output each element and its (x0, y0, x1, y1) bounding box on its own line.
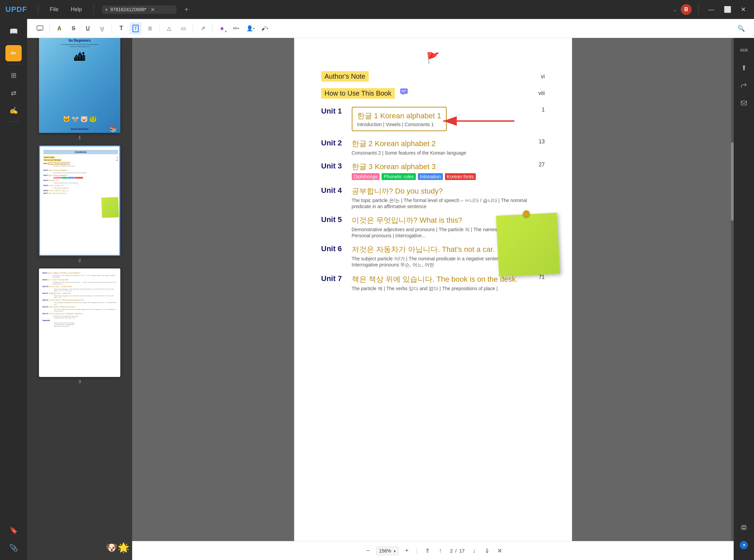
scroll-bar[interactable] (731, 38, 734, 560)
sidebar-divider1 (7, 42, 20, 42)
help-menu[interactable]: Help (67, 5, 85, 14)
sidebar-item-edit[interactable]: ✏ (5, 45, 22, 61)
thumb-img-3[interactable]: Unit 8 생일이 몇월입니까? When is your Birthday?… (39, 268, 120, 377)
highlight-tool-btn[interactable]: A (53, 22, 65, 35)
zoom-out-btn[interactable]: − (364, 546, 373, 556)
person-tool-btn[interactable]: 👤 ▾ (244, 22, 257, 35)
unit3-title: 한글 3 Korean alphabet 3 (352, 162, 528, 172)
scroll-thumb[interactable] (731, 142, 734, 221)
unit3-subtitle: Diphthongs Phonetic rules Intonation Kor… (352, 173, 528, 180)
sidebar-item-bookmark[interactable]: 🔖 (5, 522, 22, 538)
tool-sep4 (193, 24, 193, 33)
unit2-entry: Unit 2 한글 2 Korean alphabet 2 Consonants… (321, 139, 545, 156)
unit1-subtitle: Introduction | Vowels | Consonants 1 (357, 122, 441, 127)
file-menu[interactable]: File (46, 5, 62, 14)
color-circle-btn[interactable]: ● ▾ (216, 22, 228, 35)
brush-tool-btn[interactable]: 🖌 ▾ (259, 22, 271, 35)
email-btn[interactable] (736, 95, 752, 111)
maximize-btn[interactable]: ⬜ (721, 5, 734, 14)
minimize-btn[interactable]: — (706, 5, 717, 14)
unit3-phonetic: Phonetic rules (382, 173, 416, 180)
sidebar-item-sign[interactable]: ✍ (5, 102, 22, 119)
zoom-level-select[interactable]: 156% ▾ (376, 546, 399, 555)
search-tool-btn[interactable]: 🔍 (735, 22, 747, 35)
go-first-btn[interactable]: ⇑ (422, 546, 433, 556)
close-bottom-btn[interactable]: ✕ (497, 547, 502, 555)
unit1-content: 한글 1 Korean alphabet 1 Introduction | Vo… (352, 107, 528, 133)
unit3-intonation: Intonation (418, 173, 443, 180)
dropdown-btn[interactable]: ⌵ (673, 6, 677, 13)
current-page-num: 2 (450, 548, 453, 554)
unit2-page: 13 (535, 139, 545, 145)
unit1-page: 1 (535, 107, 545, 113)
marker-tool-btn[interactable]: ✏ ▾ (230, 22, 242, 35)
print-btn[interactable] (736, 519, 752, 536)
unit4-title: 공부합니까? Do you study? (352, 186, 528, 196)
go-prev-btn[interactable]: ↑ (436, 546, 445, 556)
thumb-label-1: 1 (78, 135, 81, 140)
window-close-btn[interactable]: ✕ (738, 5, 749, 14)
tab-close-btn[interactable]: ✕ (150, 6, 155, 13)
ocr-btn[interactable]: OCR (736, 42, 752, 58)
underline-tool-btn[interactable]: U (82, 22, 94, 35)
arrow-tool-btn[interactable]: ↗ (197, 22, 209, 35)
thumbnail-1[interactable]: Andrea De Benedittis KOREAN LANGUAGEfor … (33, 24, 127, 140)
tool-sep1 (49, 24, 50, 33)
svg-rect-6 (741, 101, 747, 105)
svg-text:✦: ✦ (742, 543, 746, 547)
zoom-dropdown-icon: ▾ (394, 549, 396, 553)
how-to-row: How to Use This Book viii (321, 88, 545, 99)
squiggle-tool-btn[interactable]: U̲ (96, 22, 108, 35)
unit2-content: 한글 2 Korean alphabet 2 Consonants 2 | So… (352, 139, 528, 156)
thumb-img-2[interactable]: Contents Author's Notevi How to Use This… (39, 145, 120, 256)
sidebar-item-pages[interactable]: ⊞ (5, 67, 22, 83)
chat-balloon-icon (400, 88, 408, 99)
stamp-tool-btn[interactable]: ▭ (177, 22, 189, 35)
shape-tool-btn[interactable]: △ (163, 22, 175, 35)
thumbnail-3[interactable]: Unit 8 생일이 몇월입니까? When is your Birthday?… (33, 268, 127, 384)
go-last-btn[interactable]: ⇓ (482, 546, 492, 556)
sidebar-divider3 (7, 121, 20, 122)
unit2-subtitle: Consonants 2 | Some features of the Kore… (352, 150, 528, 156)
textblock-tool-btn[interactable]: ≣ (144, 22, 156, 35)
tool-sep2 (111, 24, 112, 33)
zoom-in-btn[interactable]: + (402, 546, 411, 556)
unit7-label: Unit 7 (321, 274, 352, 283)
unit3-diphthongs: Diphthongs (352, 173, 380, 180)
flag-decoration: 🚩 (321, 52, 545, 64)
share-btn[interactable] (736, 77, 752, 94)
thumb-img-1[interactable]: Andrea De Benedittis KOREAN LANGUAGEfor … (39, 24, 120, 133)
unit4-subtitle: The topic particle 은/는 | The formal leve… (352, 198, 528, 209)
sidebar-item-convert[interactable]: ⇄ (5, 85, 22, 101)
left-sidebar: 📖 ✏ ⊞ ⇄ ✍ 🔖 📎 (0, 19, 27, 560)
add-tab-btn[interactable]: + (185, 6, 189, 14)
thumbnail-2[interactable]: Contents Author's Notevi How to Use This… (33, 145, 127, 263)
app-logo: UPDF (5, 5, 27, 14)
unit4-entry: Unit 4 공부합니까? Do you study? The topic pa… (321, 186, 545, 209)
thumbnails-panel: Andrea De Benedittis KOREAN LANGUAGEfor … (27, 19, 132, 560)
text-tool-btn[interactable]: T (115, 22, 127, 35)
svg-rect-1 (400, 88, 408, 94)
topbar-divider1 (38, 5, 38, 14)
sidebar-item-read[interactable]: 📖 (5, 23, 22, 39)
unit3-label: Unit 3 (321, 162, 352, 171)
svg-rect-0 (37, 26, 43, 30)
ai-btn[interactable]: ✦ (736, 537, 752, 553)
unit4-label: Unit 4 (321, 186, 352, 195)
export-btn[interactable]: ⬆ (736, 60, 752, 76)
unit7-page: 71 (535, 274, 545, 280)
page-of-separator: / (455, 548, 457, 554)
sidebar-divider2 (7, 64, 20, 64)
sticky-pin (523, 210, 530, 217)
sidebar-item-attach[interactable]: 📎 (5, 540, 22, 556)
textbox-tool-btn[interactable]: T (129, 22, 142, 35)
tab-dropdown[interactable]: ▾ (105, 7, 108, 12)
unit1-title: 한글 1 Korean alphabet 1 (357, 111, 441, 121)
unit1-entry: Unit 1 한글 1 Korean alphabet 1 Introducti… (321, 107, 545, 133)
toolbar: A S U U̲ T T ≣ △ ▭ ↗ ● ▾ ✏ ▾ 👤 ▾ 🖌 ▾ (27, 19, 754, 38)
user-avatar[interactable]: B (681, 4, 692, 15)
zoom-separator: | (416, 548, 417, 554)
go-next-btn[interactable]: ↓ (470, 546, 478, 556)
strikethrough-tool-btn[interactable]: S (67, 22, 80, 35)
comment-tool-btn[interactable] (34, 22, 46, 35)
